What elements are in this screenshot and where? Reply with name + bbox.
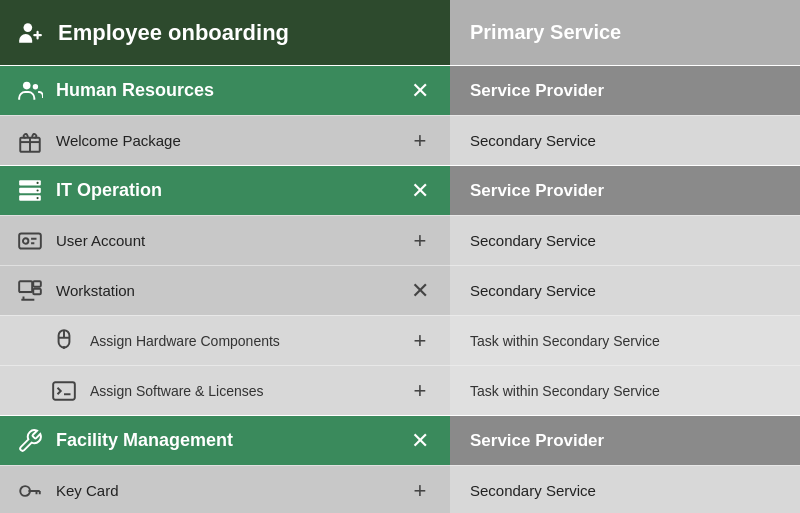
svg-point-11 [23,238,28,243]
employee-icon [16,19,44,47]
facility-label: Facility Management [56,430,394,451]
assign-software-right-label: Task within Secondary Service [470,383,660,399]
it-right-label: Service Provider [470,181,604,201]
hr-icon [16,77,44,105]
header-right: Primary Service [450,0,800,65]
welcome-package-right: Secondary Service [450,115,800,165]
it-label: IT Operation [56,180,394,201]
user-account-right-label: Secondary Service [470,232,596,249]
svg-point-2 [33,83,38,88]
assign-hardware-left: Assign Hardware Components + [0,315,450,365]
user-card-icon [16,227,44,255]
welcome-package-right-label: Secondary Service [470,132,596,149]
header-left: Employee onboarding [0,0,450,65]
svg-point-1 [23,81,31,89]
it-icon [16,177,44,205]
workstation-icon [16,277,44,305]
user-account-left: User Account + [0,215,450,265]
assign-hardware-right: Task within Secondary Service [450,315,800,365]
welcome-package-label: Welcome Package [56,132,394,149]
user-account-label: User Account [56,232,394,249]
svg-rect-13 [33,281,41,286]
gift-icon [16,127,44,155]
key-card-right-label: Secondary Service [470,482,596,499]
workstation-label: Workstation [56,282,394,299]
section-header-hr-right: Service Provider [450,65,800,115]
assign-hardware-add-btn[interactable]: + [406,327,434,355]
main-grid: Employee onboarding Primary Service Huma… [0,0,800,513]
svg-point-16 [63,346,64,347]
assign-hardware-right-label: Task within Secondary Service [470,333,660,349]
svg-rect-17 [53,382,75,399]
svg-point-0 [24,23,33,32]
svg-point-7 [37,181,39,183]
svg-rect-12 [19,281,32,292]
hr-close-btn[interactable]: ✕ [406,77,434,105]
section-header-it-right: Service Provider [450,165,800,215]
page-title: Employee onboarding [58,20,289,46]
terminal-icon [50,377,78,405]
key-card-right: Secondary Service [450,465,800,513]
assign-software-label: Assign Software & Licenses [90,383,394,399]
facility-right-label: Service Provider [470,431,604,451]
hr-label: Human Resources [56,80,394,101]
it-close-btn[interactable]: ✕ [406,177,434,205]
assign-hardware-label: Assign Hardware Components [90,333,394,349]
key-card-add-btn[interactable]: + [406,477,434,505]
section-header-facility-left: Facility Management ✕ [0,415,450,465]
svg-point-8 [37,189,39,191]
svg-rect-14 [33,288,41,293]
key-icon [16,477,44,505]
assign-software-add-btn[interactable]: + [406,377,434,405]
mouse-icon [50,327,78,355]
section-header-hr-left: Human Resources ✕ [0,65,450,115]
assign-software-left: Assign Software & Licenses + [0,365,450,415]
workstation-right-label: Secondary Service [470,282,596,299]
user-account-right: Secondary Service [450,215,800,265]
facility-close-btn[interactable]: ✕ [406,427,434,455]
welcome-package-left: Welcome Package + [0,115,450,165]
workstation-close-btn[interactable]: ✕ [406,277,434,305]
svg-point-9 [37,196,39,198]
key-card-left: Key Card + [0,465,450,513]
hr-right-label: Service Provider [470,81,604,101]
workstation-right: Secondary Service [450,265,800,315]
section-header-it-left: IT Operation ✕ [0,165,450,215]
user-account-add-btn[interactable]: + [406,227,434,255]
facility-icon [16,427,44,455]
welcome-package-add-btn[interactable]: + [406,127,434,155]
section-header-facility-right: Service Provider [450,415,800,465]
workstation-left: Workstation ✕ [0,265,450,315]
assign-software-right: Task within Secondary Service [450,365,800,415]
primary-service-label: Primary Service [470,21,621,44]
key-card-label: Key Card [56,482,394,499]
